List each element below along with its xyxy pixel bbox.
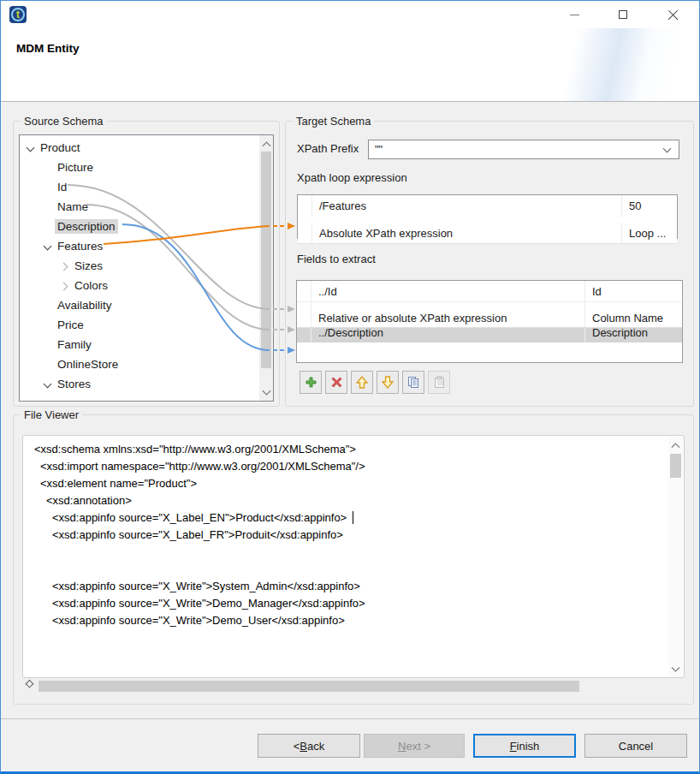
fields-to-extract-label: Fields to extract <box>297 253 376 265</box>
scrollbar-thumb[interactable] <box>261 152 271 368</box>
xsd-source-line <box>23 544 668 561</box>
scrollbar-thumb[interactable] <box>670 454 681 478</box>
expander-spacer <box>43 359 54 371</box>
xpath-cell[interactable]: /Features <box>312 195 622 217</box>
expander-down-icon[interactable] <box>43 378 54 390</box>
expander-right-icon[interactable] <box>60 280 71 292</box>
tree-item-description[interactable]: Description <box>21 217 274 236</box>
next-button[interactable]: Next > <box>364 734 465 758</box>
move-down-button[interactable] <box>377 371 399 394</box>
tree-item-sizes[interactable]: Sizes <box>21 256 274 276</box>
tree-item-colors[interactable]: Colors <box>21 276 274 295</box>
column-header[interactable]: Column Name <box>585 312 682 324</box>
file-viewer-label: File Viewer <box>21 408 82 422</box>
back-button[interactable]: < Back <box>258 734 360 758</box>
move-up-button[interactable] <box>351 371 373 394</box>
title-bar: t <box>1 1 699 28</box>
paste-icon <box>434 376 445 389</box>
fields-to-extract-table[interactable]: Relative or absolute XPath expression Co… <box>296 280 683 363</box>
tree-item-price[interactable]: Price <box>21 315 274 335</box>
file-viewer-text-area[interactable]: <xsd:schema xmlns:xsd="http://www.w3.org… <box>22 435 685 678</box>
source-schema-label: Source Schema <box>21 114 107 128</box>
tree-item-label: Stores <box>55 377 93 391</box>
tree-vertical-scrollbar[interactable] <box>259 135 273 401</box>
tree-item-availability[interactable]: Availability <box>21 295 274 315</box>
xsd-source-line: <xsd:annotation> <box>23 492 668 509</box>
source-schema-tree[interactable]: ProductPictureIdNameDescriptionFeaturesS… <box>19 134 274 402</box>
xpath-cell[interactable]: ../Id <box>311 281 585 301</box>
tree-item-family[interactable]: Family <box>21 335 274 354</box>
source-schema-group: Source Schema ProductPictureIdNameDescri… <box>13 121 280 407</box>
scroll-up-button[interactable] <box>259 136 273 150</box>
tree-item-store[interactable]: Store <box>21 394 274 400</box>
tree-item-product[interactable]: Product <box>21 138 274 158</box>
mdm-entity-dialog: t MDM Entity Source Schema ProductPictur… <box>0 0 700 774</box>
tree-item-features[interactable]: Features <box>21 236 274 256</box>
delete-icon <box>331 377 342 388</box>
row-header-cell <box>297 308 311 327</box>
xsd-source-line: <xsd:element name="Product"> <box>23 475 668 492</box>
xsd-source-line: <xsd:appinfo source="X_Label_FR">Produit… <box>23 527 668 544</box>
fields-toolbar <box>300 371 450 394</box>
column-header[interactable]: Absolute XPath expression <box>312 223 622 243</box>
column-header[interactable]: Relative or absolute XPath expression <box>311 308 585 327</box>
tree-item-stores[interactable]: Stores <box>21 374 274 394</box>
column-name-cell[interactable]: Description <box>585 326 682 339</box>
column-header[interactable]: Loop ... <box>622 227 677 240</box>
expander-right-icon[interactable] <box>60 260 71 272</box>
row-header-cell <box>298 195 312 217</box>
copy-button[interactable] <box>402 371 424 394</box>
text-caret <box>353 511 353 524</box>
tree-item-name[interactable]: Name <box>21 197 274 217</box>
minimize-button[interactable] <box>559 1 590 28</box>
tree-item-label: Colors <box>72 278 110 293</box>
column-name-cell[interactable]: Id <box>585 285 682 298</box>
chevron-up-icon <box>672 443 680 451</box>
arrow-down-icon <box>382 376 394 389</box>
expander-down-icon[interactable] <box>26 142 37 154</box>
loop-expression-label: Xpath loop expression <box>297 171 407 184</box>
expander-spacer <box>43 201 54 213</box>
loop-expression-table[interactable]: Absolute XPath expression Loop ... /Feat… <box>297 194 678 239</box>
file-viewer-horizontal-scrollbar[interactable] <box>22 680 666 693</box>
paste-button <box>428 371 450 394</box>
expander-down-icon[interactable] <box>43 241 54 253</box>
scroll-down-button[interactable] <box>668 663 683 676</box>
source-schema-tree-body: ProductPictureIdNameDescriptionFeaturesS… <box>21 136 274 400</box>
scroll-down-button[interactable] <box>259 386 273 400</box>
scrollbar-thumb[interactable] <box>39 681 579 692</box>
loop-limit-cell[interactable]: 50 <box>622 199 677 212</box>
delete-button[interactable] <box>325 371 347 394</box>
tree-item-picture[interactable]: Picture <box>21 158 274 177</box>
add-button[interactable] <box>300 371 322 394</box>
fields-table-header-row: Relative or absolute XPath expression Co… <box>297 308 682 328</box>
minimize-icon <box>570 15 579 15</box>
tree-item-label: Price <box>55 318 86 332</box>
talend-icon-letter: t <box>9 7 27 22</box>
wizard-banner: MDM Entity <box>1 28 699 102</box>
table-row[interactable]: ../IdId <box>297 281 682 301</box>
tree-item-label: Description <box>55 219 118 234</box>
expander-spacer <box>43 162 54 174</box>
maximize-icon <box>619 10 627 19</box>
chevron-right-icon <box>25 680 33 688</box>
tree-item-label: Id <box>55 180 69 194</box>
tree-item-onlinestore[interactable]: OnlineStore <box>21 354 274 374</box>
cancel-button[interactable]: Cancel <box>584 734 687 758</box>
maximize-button[interactable] <box>608 1 638 28</box>
xsd-source-line: <xsd:appinfo source="X_Write">Demo_Manag… <box>23 595 668 612</box>
close-button[interactable] <box>657 1 688 28</box>
expander-spacer <box>43 221 54 233</box>
file-viewer-vertical-scrollbar[interactable] <box>668 437 683 677</box>
plus-icon <box>306 377 317 388</box>
tree-item-id[interactable]: Id <box>21 177 274 197</box>
scroll-right-button[interactable] <box>22 680 36 693</box>
xpath-prefix-combo[interactable]: "" <box>368 140 679 159</box>
copy-icon <box>407 376 419 389</box>
chevron-down-icon <box>672 663 680 671</box>
table-row[interactable]: /Features50 <box>298 195 677 217</box>
scroll-up-button[interactable] <box>668 438 683 451</box>
finish-button[interactable]: Finish <box>473 734 576 758</box>
xsd-source-line: <xsd:appinfo source="X_Write">Demo_User<… <box>23 612 668 629</box>
banner-gradient <box>494 28 699 101</box>
